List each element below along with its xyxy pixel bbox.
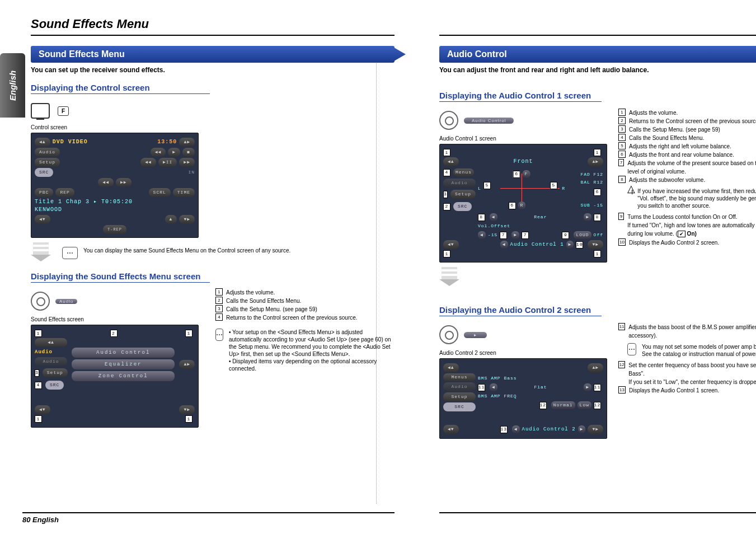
ac1-caption: Audio Control 1 screen: [439, 135, 607, 142]
normal-button[interactable]: Normal: [551, 401, 575, 409]
play-icon[interactable]: ▶: [168, 148, 180, 157]
r-legend-3: Calls the Setup Menu. (see page 59): [629, 125, 720, 134]
loud-value: Off: [594, 231, 603, 239]
note-same-menu: ⋯ You can display the same Sound Effects…: [62, 247, 395, 259]
callout-1b: 1: [185, 330, 192, 337]
front-label: Front: [514, 158, 533, 166]
next-pill[interactable]: ▸: [464, 332, 487, 338]
page-footer-right: English 81: [439, 512, 756, 524]
audio-control-pill[interactable]: Audio Control: [464, 118, 514, 124]
flat-label: Flat: [534, 383, 547, 391]
nav-bl-icon2: ◀▼: [35, 405, 50, 414]
page-spread: English Sound Effects Menu Sound Effects…: [0, 0, 756, 534]
nav-br-icon2: ▼▶: [179, 405, 195, 414]
audio-button-3[interactable]: Audio: [443, 382, 476, 391]
menu-audio-control[interactable]: Audio Control: [72, 348, 175, 358]
r-warn: If you have increased the volume first, …: [637, 188, 756, 209]
prev-icon[interactable]: ◀◀: [151, 148, 166, 157]
legend-3: 3: [215, 305, 223, 312]
src-button-3[interactable]: SRC: [453, 202, 472, 211]
subsection-ac2: Displaying the Audio Control 2 screen: [439, 305, 602, 316]
nav-left-icon: ◀▲: [35, 138, 50, 147]
audio-button-2[interactable]: Audio: [443, 179, 476, 188]
menu-equalizer[interactable]: Equalizer: [72, 359, 175, 369]
r-legend-10: Displays the Audio Control 2 screen.: [629, 238, 719, 247]
control-screen-mock: ◀▲ DVD VIDEO 13:50 ▲▶ Audio ◀◀ ▶ ■ Setup…: [31, 133, 199, 238]
section-banner-sfx: Sound Effects Menu: [31, 46, 395, 63]
slow-rew-icon[interactable]: ◀◀: [98, 178, 114, 187]
right-page: Audio Control You can adjust the front a…: [417, 0, 756, 534]
menus-button-2[interactable]: Menus: [443, 373, 476, 381]
loud-button[interactable]: LOUD: [574, 231, 591, 239]
callout-1c: 1: [35, 415, 42, 423]
r-legend-2: Returns to the Control screen of the pre…: [629, 117, 756, 125]
legend-2: 2: [215, 297, 223, 304]
collapse-icon[interactable]: ▲: [165, 215, 177, 224]
audio-button[interactable]: Audio: [35, 148, 60, 157]
warning-icon: [627, 188, 632, 198]
r-legend-6: Adjusts the front and rear volume balanc…: [629, 151, 734, 159]
r2-note: You may not set some models of power amp…: [642, 343, 756, 358]
nav-br-icon: ▼▶: [179, 215, 195, 224]
section-banner-label: Sound Effects Menu: [39, 49, 125, 59]
knob-icon-3: [439, 325, 458, 344]
audio-pill[interactable]: Audio: [55, 299, 77, 304]
src-button[interactable]: SRC: [35, 168, 53, 177]
callout-3: 3: [35, 369, 39, 377]
r-legend-8: Adjusts the subwoofer volume.: [629, 176, 705, 184]
left-page: Sound Effects Menu Sound Effects Menu Yo…: [0, 0, 417, 534]
slow-ff-icon[interactable]: ▶▶: [116, 178, 132, 187]
audio-button-dim[interactable]: Audio: [35, 357, 67, 366]
bms-bass-label: BMS AMP Bass: [478, 374, 603, 382]
fad-value: FAD F12: [567, 171, 603, 179]
scrl-button[interactable]: SCRL: [149, 188, 171, 197]
ac1-footer: Audio Control 1: [510, 241, 564, 249]
legend-2-text: Calls the Sound Effects Menu.: [226, 297, 301, 305]
ac2-caption: Audio Control 2 screen: [439, 350, 607, 356]
menus-button[interactable]: Menus: [453, 168, 474, 176]
time-button[interactable]: TIME: [173, 188, 195, 197]
src-title: DVD VIDEO: [53, 138, 88, 146]
kenwood-line: KENWOOD: [35, 206, 195, 214]
stop-icon[interactable]: ■: [182, 148, 195, 157]
setup-button-2[interactable]: Setup: [43, 368, 68, 377]
menu-zone-control[interactable]: Zone Control: [72, 371, 175, 381]
ff-icon[interactable]: ▶▶: [179, 158, 195, 167]
monitor-icon: [31, 103, 50, 119]
knob-icon-2: [439, 111, 458, 130]
src-button-2[interactable]: SRC: [45, 381, 64, 390]
screen-key-row: F: [31, 103, 69, 119]
rep-button[interactable]: REP: [55, 188, 74, 197]
subsection-ac1: Displaying the Audio Control 1 screen: [439, 91, 602, 102]
rew-icon[interactable]: ◀◀: [140, 158, 156, 167]
callout-1d: 1: [185, 415, 192, 423]
r-legend-5: Adjusts the right and left volume balanc…: [629, 142, 731, 151]
section-subtext-ac: You can adjust the front and rear and ri…: [439, 66, 756, 74]
ac1-screen-mock: 11 ◀▲ Front ▲▶ 4Menus Audio 3Setup 2: [439, 144, 607, 263]
r2-legend-12a: Set the center frequency of bass boost y…: [628, 362, 756, 377]
note2b-text: Displayed items vary depending on the op…: [229, 358, 377, 372]
note-setup: ⋯ • Your setup on the <Sound Effects Men…: [215, 329, 395, 372]
subsection-control-screen: Displaying the Control screen: [31, 83, 210, 94]
title-chap-line: Title 1 Chap 3 ▸ T0:05:20: [35, 198, 195, 206]
setup-button-4[interactable]: Setup: [443, 392, 476, 401]
low-button[interactable]: Low: [577, 401, 591, 409]
nav-bl-icon: ◀▼: [35, 215, 50, 224]
setup-button-3[interactable]: Setup: [450, 190, 476, 199]
page-footer-left: 80 English: [22, 512, 395, 524]
arrow-down-icon: [33, 242, 49, 256]
bal-value: BAL R12: [567, 179, 603, 186]
r-legend-9c: On): [685, 231, 697, 237]
r-legend-7: Adjusts the volume of the present source…: [627, 159, 756, 176]
legend-1-text: Adjusts the volume.: [226, 288, 275, 297]
r2-legend-13: Displays the Audio Control 1 screen.: [629, 386, 719, 395]
section-banner-label-ac: Audio Control: [447, 49, 507, 59]
ac2-footer: Audio Control 2: [522, 425, 576, 433]
setup-button[interactable]: Setup: [35, 158, 60, 167]
legend-4: 4: [215, 313, 223, 321]
r2-legend-12b: If you set it to "Low", the center frequ…: [628, 379, 756, 385]
pause-icon[interactable]: ▶II: [158, 158, 177, 167]
src-button-4[interactable]: SRC: [443, 402, 476, 411]
pbc-button[interactable]: PBC: [35, 188, 53, 197]
info-icon-2: ⋯: [215, 329, 223, 341]
